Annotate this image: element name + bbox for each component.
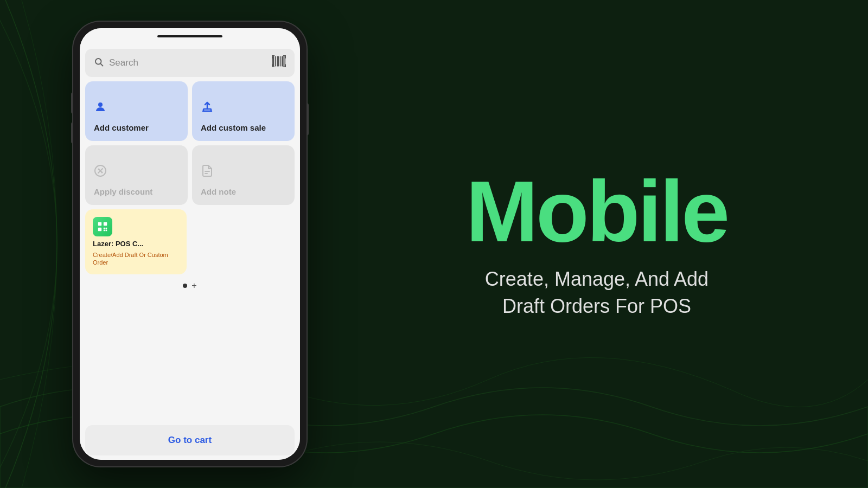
svg-line-1 [100, 63, 103, 66]
tiles-grid: Add customer Add custom sale [85, 81, 295, 205]
hero-content: Mobile Create, Manage, And AddDraft Orde… [326, 0, 868, 488]
app-tile-title: Lazer: POS C... [93, 240, 179, 248]
svg-rect-22 [106, 228, 107, 229]
search-bar[interactable]: Search [85, 49, 295, 77]
app-tiles-row: Lazer: POS C... Create/Add Draft Or Cust… [85, 209, 295, 274]
active-page-dot [183, 284, 187, 288]
add-note-label: Add note [201, 187, 286, 196]
pagination-dots: + [85, 279, 295, 293]
svg-rect-21 [104, 228, 105, 229]
svg-rect-2 [272, 56, 274, 66]
apply-discount-label: Apply discount [94, 187, 179, 196]
phone-side-button-left-bottom [71, 122, 73, 144]
hero-title: Mobile [466, 168, 728, 255]
add-customer-tile[interactable]: Add customer [85, 81, 188, 141]
svg-rect-6 [282, 56, 283, 66]
search-left: Search [94, 57, 138, 69]
phone-side-button-right [307, 103, 309, 136]
svg-rect-5 [280, 56, 281, 66]
add-customer-label: Add customer [94, 123, 179, 132]
phone-mockup: Search [33, 0, 347, 488]
lazer-pos-tile[interactable]: Lazer: POS C... Create/Add Draft Or Cust… [85, 209, 187, 274]
svg-rect-7 [284, 56, 285, 66]
svg-rect-19 [104, 222, 107, 226]
go-to-cart-button[interactable]: Go to cart [85, 425, 295, 455]
svg-rect-23 [104, 230, 105, 232]
svg-rect-20 [98, 228, 101, 231]
phone-notch [80, 28, 300, 44]
add-custom-sale-tile[interactable]: Add custom sale [192, 81, 295, 141]
svg-rect-18 [98, 222, 101, 226]
discount-icon [94, 164, 179, 181]
search-placeholder: Search [109, 57, 138, 68]
phone-content: Search [80, 44, 300, 460]
phone-side-button-left-top [71, 92, 73, 114]
notch-indicator [157, 35, 222, 37]
hero-subtitle: Create, Manage, And AddDraft Orders For … [485, 266, 709, 320]
add-page-button[interactable]: + [192, 281, 196, 291]
svg-point-8 [98, 102, 103, 107]
apply-discount-tile: Apply discount [85, 145, 188, 205]
add-custom-sale-label: Add custom sale [201, 123, 286, 132]
add-note-tile: Add note [192, 145, 295, 205]
barcode-icon[interactable] [272, 55, 286, 70]
hero-subtitle-text: Create, Manage, And AddDraft Orders For … [485, 268, 709, 317]
phone-frame: Search [73, 22, 307, 466]
svg-rect-24 [106, 230, 107, 232]
phone-screen: Search [80, 28, 300, 460]
user-icon [94, 100, 179, 117]
cart-button-label: Go to cart [168, 435, 212, 445]
svg-rect-10 [203, 109, 211, 111]
app-icon [93, 217, 112, 236]
upload-icon [201, 100, 286, 117]
note-icon [201, 164, 286, 181]
svg-rect-4 [277, 56, 279, 66]
search-icon [94, 57, 104, 69]
app-tile-subtitle: Create/Add Draft Or Custom Order [93, 251, 179, 267]
svg-rect-3 [275, 56, 276, 66]
